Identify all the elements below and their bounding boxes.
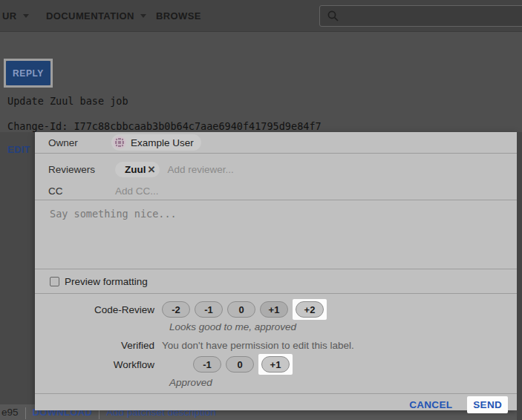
sha-fragment: e95 <box>1 407 19 418</box>
reviewers-row: Reviewers Zuul ✕ Add reviewer... <box>35 160 517 179</box>
verified-permission-message: You don't have permission to edit this l… <box>162 340 354 351</box>
message-placeholder: Say something nice... <box>50 208 177 220</box>
top-bar: UR DOCUMENTATION BROWSE <box>0 0 522 32</box>
code-review-label: Code-Review <box>35 304 162 315</box>
workflow-plus1-button[interactable]: +1 <box>261 356 290 373</box>
nav-menu-browse[interactable]: BROWSE <box>156 0 201 32</box>
divider <box>25 407 26 419</box>
add-reviewer-input[interactable]: Add reviewer... <box>167 164 233 175</box>
owner-row: Owner Example User <box>35 132 517 154</box>
commit-change-id: Change-Id: I77c88cbbcaab3b0b64c7aae6940f… <box>7 120 322 132</box>
nav-menu-browse-label: BROWSE <box>156 10 201 22</box>
workflow-minus1-button[interactable]: -1 <box>193 356 221 373</box>
edit-link[interactable]: EDIT <box>7 144 30 155</box>
code-review-plus2-button[interactable]: +2 <box>296 301 324 318</box>
cc-row: CC Add CC... <box>35 182 517 200</box>
workflow-row: Workflow -1 0 +1 <box>35 353 517 375</box>
scores-section: Code-Review -2 -1 0 +1 +2 Looks good to … <box>35 298 517 394</box>
reviewers-label: Reviewers <box>48 164 115 175</box>
search-input[interactable] <box>319 5 522 27</box>
commit-subject: Update Zuul base job <box>7 95 128 107</box>
remove-reviewer-icon[interactable]: ✕ <box>148 164 156 175</box>
code-review-row: Code-Review -2 -1 0 +1 +2 <box>35 298 517 321</box>
people-section: Reviewers Zuul ✕ Add reviewer... CC Add … <box>35 154 517 200</box>
reply-button[interactable]: REPLY <box>6 61 50 85</box>
search-icon <box>327 10 339 22</box>
send-button-highlight: SEND <box>467 396 508 413</box>
nav-menu-documentation-label: DOCUMENTATION <box>46 10 134 22</box>
verified-label: Verified <box>35 340 162 351</box>
workflow-zero-button[interactable]: 0 <box>226 356 254 373</box>
chevron-down-icon <box>23 14 29 18</box>
code-review-zero-button[interactable]: 0 <box>227 301 255 318</box>
chevron-down-icon <box>140 14 146 18</box>
code-review-plus2-highlight: +2 <box>293 299 327 320</box>
workflow-plus1-highlight: +1 <box>258 354 293 375</box>
workflow-hint: Approved <box>169 377 517 389</box>
nav-menu-your[interactable]: UR <box>2 0 29 32</box>
preview-row: Preview formatting <box>35 269 517 294</box>
reply-button-highlight: REPLY <box>4 59 53 88</box>
reviewer-chip-zuul: Zuul ✕ <box>115 162 160 177</box>
cc-label: CC <box>48 186 115 197</box>
owner-label: Owner <box>48 137 111 148</box>
nav-menu-your-label: UR <box>2 10 17 22</box>
nav-menu-documentation[interactable]: DOCUMENTATION <box>46 0 146 32</box>
code-review-plus1-button[interactable]: +1 <box>260 301 288 318</box>
send-button[interactable]: SEND <box>473 399 502 410</box>
code-review-minus2-button[interactable]: -2 <box>162 301 190 318</box>
cancel-button[interactable]: CANCEL <box>409 399 452 410</box>
workflow-label: Workflow <box>35 359 162 370</box>
dimmed-page-right <box>517 132 522 420</box>
verified-row: Verified You don't have permission to ed… <box>35 340 517 351</box>
reviewer-chip-name: Zuul <box>125 164 146 175</box>
preview-formatting-checkbox[interactable] <box>50 277 59 286</box>
owner-name: Example User <box>131 137 194 148</box>
avatar <box>113 136 126 149</box>
add-cc-input[interactable]: Add CC... <box>115 186 159 197</box>
reply-message-textarea[interactable]: Say something nice... <box>35 200 517 269</box>
preview-formatting-label: Preview formatting <box>65 276 148 287</box>
owner-chip[interactable]: Example User <box>111 134 201 151</box>
dialog-actions: CANCEL SEND <box>35 394 517 415</box>
code-review-hint: Looks good to me, approved <box>169 321 517 333</box>
code-review-minus1-button[interactable]: -1 <box>195 301 223 318</box>
reply-dialog: Owner Example User Reviewe <box>35 132 517 410</box>
dimmed-page-left <box>0 132 35 404</box>
